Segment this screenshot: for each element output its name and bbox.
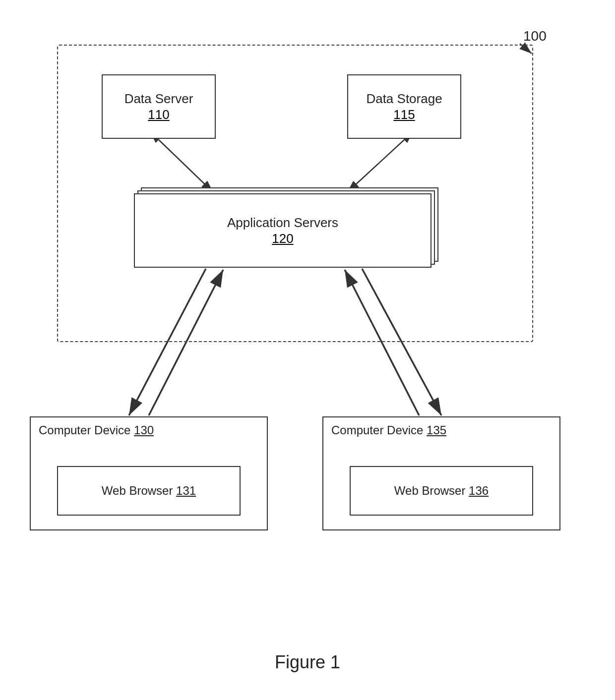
computer-device-135-label: Computer Device 135 xyxy=(331,423,446,437)
web-browser-131-box: Web Browser 131 xyxy=(57,466,241,516)
app-servers-box: Application Servers 120 xyxy=(134,193,431,268)
computer-130-num: 130 xyxy=(134,423,154,437)
web-browser-136-label: Web Browser 136 xyxy=(394,483,489,498)
computer-130-name-text: Computer Device xyxy=(39,423,130,437)
ref-100-label: 100 xyxy=(523,28,547,44)
data-storage-number: 115 xyxy=(393,107,415,122)
web-browser-136-num: 136 xyxy=(469,484,489,497)
computer-device-130-label: Computer Device 130 xyxy=(39,423,154,437)
web-browser-131-num: 131 xyxy=(176,484,196,497)
figure-caption: Figure 1 xyxy=(0,652,615,673)
data-server-number: 110 xyxy=(148,107,169,122)
computer-135-num: 135 xyxy=(427,423,446,437)
web-browser-131-name: Web Browser xyxy=(102,484,173,497)
web-browser-136-name: Web Browser xyxy=(394,484,466,497)
computer-device-130-box: Computer Device 130 Web Browser 131 xyxy=(30,416,268,530)
computer-135-name-text: Computer Device xyxy=(331,423,423,437)
data-storage-box: Data Storage 115 xyxy=(347,74,461,139)
app-servers-label: Application Servers xyxy=(227,215,338,232)
computer-device-135-box: Computer Device 135 Web Browser 136 xyxy=(322,416,560,530)
diagram-container: 100 Data Server 110 Data Storage 115 App xyxy=(0,0,615,700)
data-server-box: Data Server 110 xyxy=(102,74,216,139)
data-storage-label: Data Storage xyxy=(366,91,442,108)
web-browser-131-label: Web Browser 131 xyxy=(102,483,196,498)
data-server-label: Data Server xyxy=(124,91,193,108)
app-servers-number: 120 xyxy=(272,231,293,246)
web-browser-136-box: Web Browser 136 xyxy=(350,466,533,516)
